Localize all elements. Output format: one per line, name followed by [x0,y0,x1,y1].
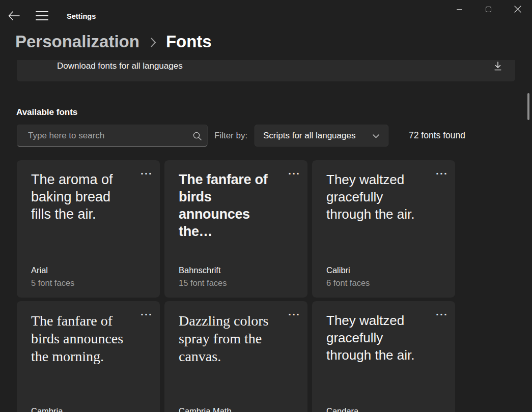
filter-selected-value: Scripts for all languages [263,131,355,141]
more-horizontal-icon: ··· [436,308,448,320]
more-options-button[interactable]: ··· [141,309,153,319]
minimize-button[interactable] [445,0,474,18]
more-options-button[interactable]: ··· [288,309,300,319]
more-horizontal-icon: ··· [141,167,153,179]
download-icon [493,62,502,71]
font-search-box [17,125,208,146]
font-card-bahnschrift[interactable]: The fanfare of birds announces the… ··· … [164,160,307,298]
more-horizontal-icon: ··· [288,308,300,320]
font-name: Arial [31,266,48,275]
more-horizontal-icon: ··· [141,308,153,320]
font-name: Calibri [326,266,350,275]
font-faces-count: 5 font faces [31,278,74,288]
breadcrumb-personalization[interactable]: Personalization [15,32,139,51]
font-card-cambria-math[interactable]: Dazzling colors spray from the canvas. ·… [164,301,307,412]
font-card-calibri[interactable]: They waltzed gracefully through the air.… [312,160,455,298]
more-options-button[interactable]: ··· [288,168,300,179]
minimize-icon [457,9,462,10]
chevron-right-icon [151,38,156,47]
available-fonts-heading: Available fonts [16,107,77,117]
close-button[interactable] [503,0,532,18]
more-options-button[interactable]: ··· [436,168,448,179]
close-icon [514,6,521,13]
more-horizontal-icon: ··· [436,167,448,179]
font-preview-text: They waltzed gracefully through the air. [326,171,432,223]
font-name: Cambria Math [179,406,232,412]
results-count: 72 fonts found [409,125,465,146]
hamburger-icon [36,11,49,20]
more-horizontal-icon: ··· [288,167,300,179]
font-cards-grid: The aroma of baking bread fills the air.… [17,160,455,412]
back-arrow-icon [8,11,21,20]
font-name: Bahnschrift [179,266,221,275]
titlebar: Settings [0,0,532,24]
navigation-menu-button[interactable] [36,11,49,21]
font-preview-text: The fanfare of birds announces the morni… [31,312,136,365]
font-name: Cambria [31,406,63,412]
font-preview-text: They waltzed gracefully through the air. [326,312,432,364]
font-card-cambria[interactable]: The fanfare of birds announces the morni… [17,301,160,412]
window-controls [445,0,532,18]
font-faces-count: 15 font faces [179,278,227,288]
search-input[interactable] [17,125,207,146]
back-button[interactable] [8,11,21,21]
vertical-scrollbar-thumb[interactable] [527,93,529,120]
maximize-icon [486,7,491,12]
page-title: Fonts [166,32,212,51]
more-options-button[interactable]: ··· [436,309,448,319]
app-title: Settings [67,12,96,20]
settings-window: Settings Personalization [0,0,532,412]
font-card-arial[interactable]: The aroma of baking bread fills the air.… [17,160,160,298]
font-preview-text: The aroma of baking bread fills the air. [31,171,136,223]
font-preview-text: Dazzling colors spray from the canvas. [179,312,284,365]
filter-by-label: Filter by: [214,125,247,146]
download-fonts-row[interactable]: Download fonts for all languages [17,60,515,81]
font-preview-text: The fanfare of birds announces the… [179,171,284,240]
font-card-candara[interactable]: They waltzed gracefully through the air.… [312,301,455,412]
download-fonts-label: Download fonts for all languages [57,61,183,71]
filter-dropdown[interactable]: Scripts for all languages [255,125,388,146]
more-options-button[interactable]: ··· [141,168,153,179]
font-name: Candara [326,406,358,412]
breadcrumb: Personalization Fonts [15,32,212,51]
font-faces-count: 6 font faces [326,278,370,288]
maximize-button[interactable] [474,0,503,18]
chevron-down-icon [373,134,379,138]
